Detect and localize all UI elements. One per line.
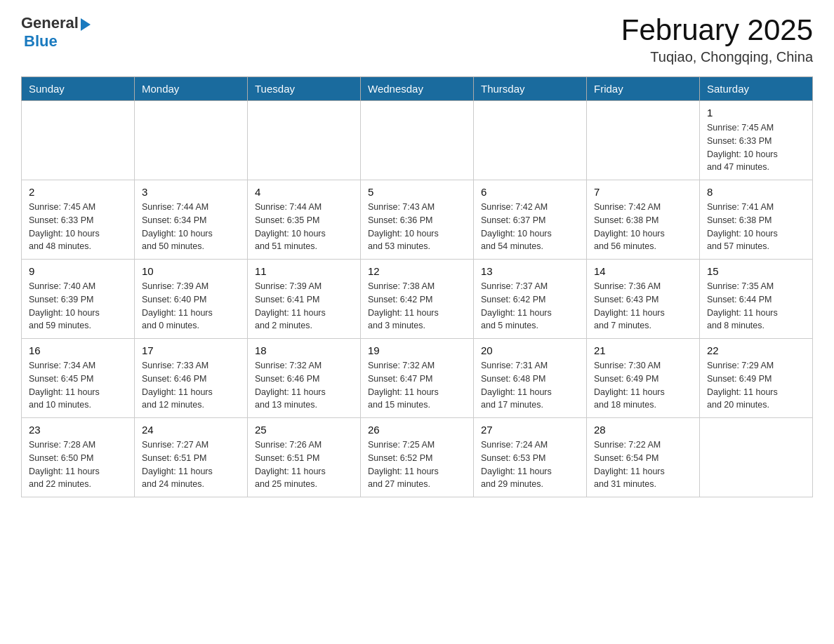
- logo-blue-text: Blue: [24, 32, 58, 50]
- day-of-week-header: Monday: [135, 77, 248, 101]
- calendar-table: SundayMondayTuesdayWednesdayThursdayFrid…: [21, 76, 813, 497]
- day-info: Sunrise: 7:42 AM Sunset: 6:38 PM Dayligh…: [594, 201, 692, 253]
- day-info: Sunrise: 7:33 AM Sunset: 6:46 PM Dayligh…: [142, 359, 240, 412]
- calendar-cell: 18Sunrise: 7:32 AM Sunset: 6:46 PM Dayli…: [248, 339, 361, 418]
- calendar-cell: 19Sunrise: 7:32 AM Sunset: 6:47 PM Dayli…: [361, 339, 474, 418]
- calendar-week-row: 1Sunrise: 7:45 AM Sunset: 6:33 PM Daylig…: [22, 101, 813, 180]
- calendar-cell: 21Sunrise: 7:30 AM Sunset: 6:49 PM Dayli…: [587, 339, 700, 418]
- calendar-cell: [361, 101, 474, 180]
- day-number: 13: [481, 265, 579, 277]
- calendar-cell: 17Sunrise: 7:33 AM Sunset: 6:46 PM Dayli…: [135, 339, 248, 418]
- day-info: Sunrise: 7:39 AM Sunset: 6:41 PM Dayligh…: [255, 280, 353, 333]
- calendar-cell: [22, 101, 135, 180]
- day-number: 25: [255, 424, 353, 436]
- day-info: Sunrise: 7:43 AM Sunset: 6:36 PM Dayligh…: [368, 201, 466, 253]
- calendar-cell: 2Sunrise: 7:45 AM Sunset: 6:33 PM Daylig…: [22, 180, 135, 260]
- day-number: 24: [142, 424, 240, 436]
- logo-triangle-icon: [81, 18, 91, 31]
- calendar-cell: 12Sunrise: 7:38 AM Sunset: 6:42 PM Dayli…: [361, 260, 474, 339]
- day-info: Sunrise: 7:38 AM Sunset: 6:42 PM Dayligh…: [368, 280, 466, 333]
- day-number: 9: [29, 265, 127, 277]
- day-number: 19: [368, 344, 466, 356]
- calendar-cell: [587, 101, 700, 180]
- day-info: Sunrise: 7:34 AM Sunset: 6:45 PM Dayligh…: [29, 359, 127, 412]
- day-info: Sunrise: 7:35 AM Sunset: 6:44 PM Dayligh…: [707, 280, 805, 333]
- day-info: Sunrise: 7:40 AM Sunset: 6:39 PM Dayligh…: [29, 280, 127, 333]
- calendar-cell: [700, 418, 813, 497]
- day-info: Sunrise: 7:41 AM Sunset: 6:38 PM Dayligh…: [707, 201, 805, 253]
- day-number: 23: [29, 424, 127, 436]
- day-number: 15: [707, 265, 805, 277]
- calendar-cell: 6Sunrise: 7:42 AM Sunset: 6:37 PM Daylig…: [474, 180, 587, 260]
- day-number: 21: [594, 344, 692, 356]
- day-number: 14: [594, 265, 692, 277]
- day-info: Sunrise: 7:39 AM Sunset: 6:40 PM Dayligh…: [142, 280, 240, 333]
- calendar-cell: [135, 101, 248, 180]
- day-info: Sunrise: 7:45 AM Sunset: 6:33 PM Dayligh…: [707, 121, 805, 174]
- day-info: Sunrise: 7:36 AM Sunset: 6:43 PM Dayligh…: [594, 280, 692, 333]
- calendar-cell: 4Sunrise: 7:44 AM Sunset: 6:35 PM Daylig…: [248, 180, 361, 260]
- calendar-cell: 16Sunrise: 7:34 AM Sunset: 6:45 PM Dayli…: [22, 339, 135, 418]
- calendar-cell: 28Sunrise: 7:22 AM Sunset: 6:54 PM Dayli…: [587, 418, 700, 497]
- day-info: Sunrise: 7:42 AM Sunset: 6:37 PM Dayligh…: [481, 201, 579, 253]
- day-info: Sunrise: 7:32 AM Sunset: 6:46 PM Dayligh…: [255, 359, 353, 412]
- calendar-cell: [474, 101, 587, 180]
- calendar-cell: 20Sunrise: 7:31 AM Sunset: 6:48 PM Dayli…: [474, 339, 587, 418]
- calendar-week-row: 23Sunrise: 7:28 AM Sunset: 6:50 PM Dayli…: [22, 418, 813, 497]
- day-number: 28: [594, 424, 692, 436]
- logo: General Blue: [21, 14, 91, 51]
- day-of-week-header: Thursday: [474, 77, 587, 101]
- calendar-cell: 7Sunrise: 7:42 AM Sunset: 6:38 PM Daylig…: [587, 180, 700, 260]
- calendar-cell: 14Sunrise: 7:36 AM Sunset: 6:43 PM Dayli…: [587, 260, 700, 339]
- day-number: 7: [594, 186, 692, 198]
- calendar-header-row: SundayMondayTuesdayWednesdayThursdayFrid…: [22, 77, 813, 101]
- calendar-cell: 10Sunrise: 7:39 AM Sunset: 6:40 PM Dayli…: [135, 260, 248, 339]
- day-info: Sunrise: 7:26 AM Sunset: 6:51 PM Dayligh…: [255, 438, 353, 491]
- day-number: 8: [707, 186, 805, 198]
- day-number: 22: [707, 344, 805, 356]
- calendar-cell: 27Sunrise: 7:24 AM Sunset: 6:53 PM Dayli…: [474, 418, 587, 497]
- day-of-week-header: Wednesday: [361, 77, 474, 101]
- day-number: 5: [368, 186, 466, 198]
- day-number: 1: [707, 107, 805, 119]
- logo-general-text: General: [21, 14, 79, 32]
- day-info: Sunrise: 7:28 AM Sunset: 6:50 PM Dayligh…: [29, 438, 127, 491]
- day-number: 6: [481, 186, 579, 198]
- day-number: 26: [368, 424, 466, 436]
- calendar-cell: 22Sunrise: 7:29 AM Sunset: 6:49 PM Dayli…: [700, 339, 813, 418]
- calendar-cell: [248, 101, 361, 180]
- day-info: Sunrise: 7:37 AM Sunset: 6:42 PM Dayligh…: [481, 280, 579, 333]
- day-info: Sunrise: 7:30 AM Sunset: 6:49 PM Dayligh…: [594, 359, 692, 412]
- month-title: February 2025: [621, 14, 813, 46]
- calendar-cell: 26Sunrise: 7:25 AM Sunset: 6:52 PM Dayli…: [361, 418, 474, 497]
- location-title: Tuqiao, Chongqing, China: [621, 49, 813, 65]
- calendar-cell: 3Sunrise: 7:44 AM Sunset: 6:34 PM Daylig…: [135, 180, 248, 260]
- day-info: Sunrise: 7:24 AM Sunset: 6:53 PM Dayligh…: [481, 438, 579, 491]
- calendar-cell: 8Sunrise: 7:41 AM Sunset: 6:38 PM Daylig…: [700, 180, 813, 260]
- day-info: Sunrise: 7:44 AM Sunset: 6:34 PM Dayligh…: [142, 201, 240, 253]
- day-number: 11: [255, 265, 353, 277]
- day-of-week-header: Tuesday: [248, 77, 361, 101]
- day-number: 27: [481, 424, 579, 436]
- day-info: Sunrise: 7:31 AM Sunset: 6:48 PM Dayligh…: [481, 359, 579, 412]
- day-number: 18: [255, 344, 353, 356]
- calendar-cell: 15Sunrise: 7:35 AM Sunset: 6:44 PM Dayli…: [700, 260, 813, 339]
- day-info: Sunrise: 7:29 AM Sunset: 6:49 PM Dayligh…: [707, 359, 805, 412]
- calendar-cell: 1Sunrise: 7:45 AM Sunset: 6:33 PM Daylig…: [700, 101, 813, 180]
- calendar-cell: 25Sunrise: 7:26 AM Sunset: 6:51 PM Dayli…: [248, 418, 361, 497]
- day-number: 20: [481, 344, 579, 356]
- day-number: 3: [142, 186, 240, 198]
- calendar-week-row: 16Sunrise: 7:34 AM Sunset: 6:45 PM Dayli…: [22, 339, 813, 418]
- day-info: Sunrise: 7:32 AM Sunset: 6:47 PM Dayligh…: [368, 359, 466, 412]
- day-info: Sunrise: 7:25 AM Sunset: 6:52 PM Dayligh…: [368, 438, 466, 491]
- day-info: Sunrise: 7:22 AM Sunset: 6:54 PM Dayligh…: [594, 438, 692, 491]
- day-number: 12: [368, 265, 466, 277]
- day-number: 16: [29, 344, 127, 356]
- calendar-week-row: 9Sunrise: 7:40 AM Sunset: 6:39 PM Daylig…: [22, 260, 813, 339]
- day-of-week-header: Friday: [587, 77, 700, 101]
- calendar-cell: 11Sunrise: 7:39 AM Sunset: 6:41 PM Dayli…: [248, 260, 361, 339]
- day-of-week-header: Sunday: [22, 77, 135, 101]
- calendar-cell: 5Sunrise: 7:43 AM Sunset: 6:36 PM Daylig…: [361, 180, 474, 260]
- title-block: February 2025 Tuqiao, Chongqing, China: [621, 14, 813, 65]
- day-number: 4: [255, 186, 353, 198]
